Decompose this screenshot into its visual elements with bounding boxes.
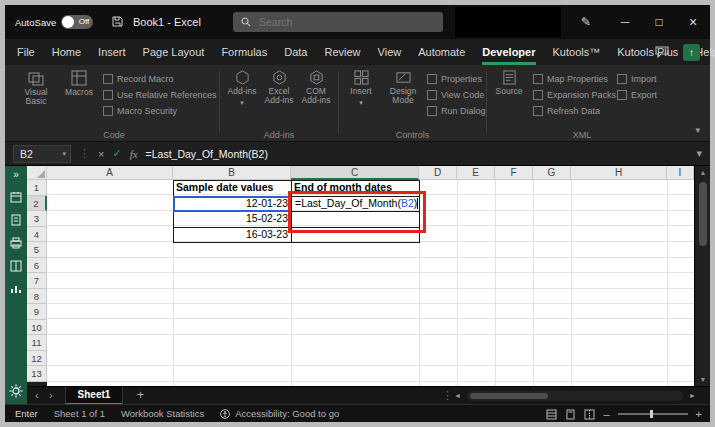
share-icon[interactable]: ↑ — [683, 44, 700, 61]
record-macro-button[interactable]: Record Macro — [103, 74, 217, 84]
tab-insert[interactable]: Insert — [98, 39, 126, 65]
tab-automate[interactable]: Automate — [418, 39, 465, 65]
run-dialog-button[interactable]: Run Dialog — [427, 106, 486, 116]
new-sheet-icon[interactable]: + — [137, 387, 144, 405]
export-button[interactable]: Export — [617, 90, 657, 100]
zoom-out-icon[interactable]: – — [603, 408, 609, 420]
source-button[interactable]: Source — [491, 70, 527, 96]
comments-icon[interactable] — [655, 46, 669, 58]
insert-control-button[interactable]: Insert ▾ — [343, 70, 379, 107]
scroll-down-icon[interactable]: ▼ — [695, 376, 711, 383]
collapse-ribbon-icon[interactable]: ▾ — [695, 125, 700, 135]
vertical-scrollbar[interactable]: ▲ ▼ — [694, 166, 710, 386]
scroll-up-icon[interactable]: ▲ — [695, 169, 711, 176]
expand-pane-icon[interactable]: » — [13, 170, 19, 180]
workbook-icon[interactable] — [10, 214, 22, 226]
column-header-f[interactable]: F — [495, 166, 533, 180]
com-addins-button[interactable]: COM Add-ins — [298, 70, 334, 105]
name-box-dropdown-icon[interactable]: ▾ — [62, 150, 66, 158]
column-header-h[interactable]: H — [571, 166, 667, 180]
row-header-10[interactable]: 10 — [27, 320, 47, 336]
map-properties-button[interactable]: Map Properties — [533, 74, 616, 84]
column-header-d[interactable]: D — [419, 166, 457, 180]
use-relative-references-button[interactable]: Use Relative References — [103, 90, 217, 100]
tab-home[interactable]: Home — [52, 39, 81, 65]
design-mode-button[interactable]: Design Mode — [383, 70, 423, 105]
column-header-c[interactable]: C — [291, 166, 419, 180]
expansion-packs-button[interactable]: Expansion Packs — [533, 90, 616, 100]
confirm-entry-icon[interactable]: ✓ — [112, 147, 121, 160]
macro-security-button[interactable]: Macro Security — [103, 106, 217, 116]
close-button[interactable]: × — [676, 5, 710, 39]
tab-formulas[interactable]: Formulas — [221, 39, 267, 65]
cancel-entry-icon[interactable]: × — [98, 148, 104, 160]
row-header-7[interactable]: 7 — [27, 273, 47, 289]
page-layout-view-icon[interactable] — [565, 409, 576, 420]
column-header-i[interactable]: I — [667, 166, 694, 180]
minimize-button[interactable]: ─ — [608, 5, 642, 39]
name-box[interactable]: B2 ▾ — [13, 145, 71, 163]
properties-button[interactable]: Properties — [427, 74, 486, 84]
status-sheet-info[interactable]: Sheet 1 of 1 — [54, 408, 105, 419]
row-header-11[interactable]: 11 — [27, 335, 47, 351]
cell-b4[interactable]: 16-03-23 — [176, 227, 288, 243]
tab-data[interactable]: Data — [284, 39, 307, 65]
column-header-b[interactable]: B — [173, 166, 291, 180]
maximize-button[interactable]: □ — [642, 5, 676, 39]
row-header-3[interactable]: 3 — [27, 211, 47, 227]
macros-button[interactable]: Macros — [59, 70, 99, 97]
layout-columns-icon[interactable] — [10, 260, 22, 272]
select-all-button[interactable] — [27, 166, 47, 180]
save-icon[interactable] — [109, 5, 125, 39]
row-header-1[interactable]: 1 — [27, 180, 47, 196]
zoom-in-icon[interactable]: + — [696, 408, 702, 420]
row-header-4[interactable]: 4 — [27, 227, 47, 243]
tab-review[interactable]: Review — [324, 39, 360, 65]
tab-page-layout[interactable]: Page Layout — [143, 39, 205, 65]
cell-b1[interactable]: Sample date values — [176, 180, 290, 196]
page-break-view-icon[interactable] — [584, 409, 595, 420]
hscroll-right-icon[interactable]: ► — [689, 387, 696, 405]
search-box[interactable] — [233, 12, 443, 32]
normal-view-icon[interactable] — [546, 409, 557, 420]
row-header-13[interactable]: 13 — [27, 366, 47, 382]
refresh-data-button[interactable]: Refresh Data — [533, 106, 616, 116]
addins-button[interactable]: Add-ins ▾ — [224, 70, 260, 107]
horizontal-scroll-thumb[interactable] — [470, 393, 548, 399]
autosave-toggle[interactable]: Off — [61, 15, 93, 29]
row-header-2[interactable]: 2 — [27, 196, 47, 212]
sheet-tab-sheet1[interactable]: Sheet1 — [65, 387, 123, 405]
hscroll-left-icon[interactable]: ◄ — [454, 387, 461, 405]
calendar-icon[interactable] — [10, 191, 22, 203]
prev-sheet-icon[interactable]: ‹ — [35, 387, 39, 405]
status-accessibility[interactable]: Accessibility: Good to go — [220, 408, 339, 419]
view-code-button[interactable]: View Code — [427, 90, 486, 100]
import-button[interactable]: Import — [617, 74, 657, 84]
column-header-e[interactable]: E — [457, 166, 495, 180]
visual-basic-button[interactable]: Visual Basic — [15, 70, 57, 106]
cell-b3[interactable]: 15-02-23 — [176, 211, 288, 227]
tab-developer[interactable]: Developer — [482, 39, 535, 65]
search-input[interactable] — [257, 15, 417, 29]
vertical-scroll-thumb[interactable] — [699, 182, 707, 246]
zoom-slider-knob[interactable] — [650, 410, 653, 418]
excel-addins-button[interactable]: Excel Add-ins — [261, 70, 297, 105]
horizontal-scrollbar[interactable] — [467, 391, 683, 401]
gear-icon[interactable] — [9, 384, 23, 398]
tab-file[interactable]: File — [17, 39, 35, 65]
pen-icon[interactable]: ✎ — [575, 5, 597, 39]
row-header-12[interactable]: 12 — [27, 351, 47, 367]
tab-kutools[interactable]: Kutools™ — [553, 39, 601, 65]
formula-input[interactable]: =Last_Day_Of_Month(B2) — [146, 148, 268, 160]
tab-view[interactable]: View — [378, 39, 402, 65]
column-header-g[interactable]: G — [533, 166, 571, 180]
insert-function-icon[interactable]: fx — [130, 148, 138, 160]
row-header-8[interactable]: 8 — [27, 289, 47, 305]
chart-icon[interactable] — [10, 283, 22, 295]
zoom-slider[interactable] — [618, 413, 688, 415]
status-workbook-statistics[interactable]: Workbook Statistics — [121, 408, 204, 419]
row-header-9[interactable]: 9 — [27, 304, 47, 320]
autosave-control[interactable]: AutoSave Off — [15, 15, 93, 29]
row-header-6[interactable]: 6 — [27, 258, 47, 274]
column-header-a[interactable]: A — [47, 166, 173, 180]
